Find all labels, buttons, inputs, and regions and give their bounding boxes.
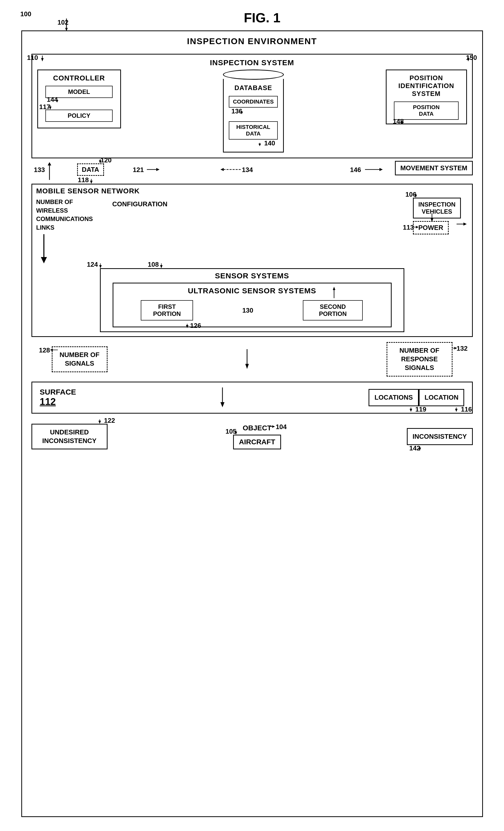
arrow-120 [99, 158, 107, 164]
svg-marker-35 [416, 226, 418, 228]
db-inner-boxes: COORDINATES 136 [226, 94, 280, 149]
num-signals-area: 128 NUMBER OFSIGNALS [52, 346, 108, 372]
object-label-area: OBJECT 104 [243, 424, 272, 432]
mobile-sensor-inner: NUMBER OF WIRELESS COMMUNICATIONS LINKS … [36, 198, 468, 266]
svg-marker-21 [156, 168, 159, 171]
svg-marker-33 [431, 219, 433, 222]
mobile-sensor-box: MOBILE SENSOR NETWORK NUMBER OF WIRELESS… [31, 184, 473, 337]
arrow-surface-down [217, 388, 228, 408]
num-response-signals-area: NUMBER OFRESPONSESIGNALS 132 [387, 342, 452, 376]
surface-box: SURFACE 112 LOCATIONS 119 LOCATION 116 [31, 382, 473, 413]
svg-marker-57 [455, 409, 457, 412]
second-portion-area: SECOND PORTION [300, 298, 366, 322]
aircraft-area: 105 AIRCRAFT [233, 435, 281, 449]
ref-100: 100 [20, 10, 31, 18]
inspection-system-inner: CONTROLLER MODEL 144 [37, 69, 467, 152]
arrow-140 [259, 142, 266, 146]
svg-marker-39 [99, 265, 102, 268]
controller-box: CONTROLLER MODEL 144 [37, 69, 121, 128]
ref-124: 124 [87, 261, 98, 268]
arrow-up-second [333, 285, 340, 299]
svg-marker-19 [99, 160, 101, 164]
first-portion-box: FIRST PORTION [141, 300, 193, 320]
location-area: LOCATION 116 [419, 389, 465, 406]
arrow-136 [240, 110, 248, 114]
svg-marker-13 [259, 144, 261, 146]
ref-104: 104 [276, 423, 287, 431]
data-dashed-box: DATA [77, 164, 104, 176]
power-row: 113 POWER [413, 221, 468, 234]
arrow-down-to-surface [243, 349, 251, 369]
ref-146: 146 [350, 166, 361, 174]
arrow-106 [414, 192, 422, 198]
arrow-113 [412, 225, 420, 230]
second-portion-box: SECOND PORTION [303, 300, 363, 320]
arrow-148 [401, 120, 408, 124]
svg-marker-37 [464, 223, 467, 226]
ultrasonic-inner: FIRST PORTION 126 130 [117, 298, 387, 322]
movement-system-box: MOVEMENT SYSTEM [395, 161, 473, 175]
db-label: DATABASE [234, 84, 272, 92]
ref-121: 121 [133, 166, 144, 174]
arrow-105 [235, 429, 242, 435]
arrow-119 [410, 406, 417, 412]
arrow-to-power [431, 213, 438, 222]
mobile-sensor-title: MOBILE SENSOR NETWORK [36, 187, 468, 195]
first-portion-area: FIRST PORTION 126 [138, 298, 196, 322]
sensor-systems-box: SENSOR SYSTEMS ULTRASONIC SENSOR SYSTEMS… [100, 268, 404, 332]
svg-marker-9 [49, 107, 52, 110]
arrow-108 [160, 262, 168, 268]
fig-label: FIG. 1 [244, 10, 280, 25]
undesired-inconsistency-area: UNDESIREDINCONSISTENCY 122 [31, 424, 108, 450]
svg-marker-25 [380, 168, 383, 171]
vehicles-power-area: 106 INSPECTIONVEHICLES [413, 198, 468, 234]
svg-marker-45 [333, 287, 335, 290]
config-label: CONFIGURATION [107, 198, 168, 208]
num-signals-box: NUMBER OFSIGNALS [52, 346, 108, 372]
arrow-142 [418, 445, 426, 451]
cylinder-container: DATABASE COORDINATES 136 [223, 69, 284, 152]
svg-marker-65 [418, 448, 421, 451]
vehicles-row: 106 INSPECTIONVEHICLES [413, 198, 468, 219]
policy-box: POLICY [46, 110, 113, 122]
page: 100 FIG. 1 102 INSPECTION ENVIRONMENT 11… [0, 0, 504, 831]
arrow-134 [219, 167, 242, 175]
ref-118: 118 [78, 176, 89, 184]
svg-marker-49 [245, 364, 249, 369]
ref-113: 113 [403, 224, 414, 231]
wireless-links-label: NUMBER OF WIRELESS COMMUNICATIONS LINKS [36, 198, 102, 232]
locations-area: LOCATIONS 119 [368, 389, 418, 406]
cylinder-body: DATABASE COORDINATES 136 [223, 79, 284, 152]
svg-marker-15 [401, 122, 403, 124]
movement-system-area: MOVEMENT SYSTEM [395, 161, 473, 175]
svg-marker-17 [48, 162, 51, 166]
arrow-from-power [455, 222, 468, 234]
surface-label-area: SURFACE 112 [40, 388, 76, 407]
position-id-box: POSITIONIDENTIFICATIONSYSTEM POSITIONDAT… [386, 69, 467, 124]
ref-133: 133 [34, 166, 45, 174]
arrow-104 [269, 424, 276, 429]
ref-134: 134 [242, 166, 253, 174]
undesired-inconsistency-box: UNDESIREDINCONSISTENCY [31, 424, 108, 450]
sensor-systems-title: SENSOR SYSTEMS [105, 271, 399, 280]
svg-marker-31 [414, 195, 417, 198]
arrow-121 [146, 167, 161, 175]
ref-132: 132 [456, 345, 468, 352]
svg-marker-51 [454, 347, 457, 349]
controller-area: CONTROLLER MODEL 144 [37, 69, 121, 128]
svg-marker-29 [41, 257, 47, 263]
arrow-down-wireless [36, 234, 52, 265]
arrow-117 [49, 104, 57, 110]
historical-data-box: HISTORICAL DATA [229, 121, 278, 140]
cylinder-top [223, 69, 284, 80]
ref-130: 130 [242, 307, 253, 314]
controller-title: CONTROLLER [42, 74, 116, 82]
svg-marker-53 [220, 402, 225, 407]
arrow-146 [364, 167, 384, 175]
position-id-title: POSITIONIDENTIFICATIONSYSTEM [390, 74, 463, 98]
location-box: LOCATION [419, 389, 465, 406]
arrow-118 [90, 178, 98, 184]
svg-marker-43 [186, 325, 188, 328]
arrow-132 [450, 346, 458, 351]
svg-marker-27 [90, 181, 93, 184]
